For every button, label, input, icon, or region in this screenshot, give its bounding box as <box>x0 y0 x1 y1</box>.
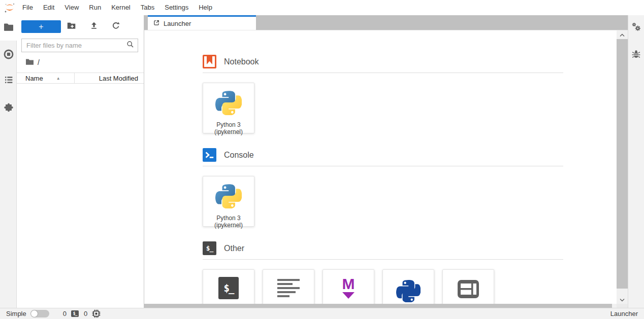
text-file-icon <box>277 279 300 297</box>
file-list-header: Name ▲ Last Modified <box>17 73 144 84</box>
column-name-label: Name <box>25 75 43 82</box>
menu-kernel[interactable]: Kernel <box>106 0 136 15</box>
main-tab-bar: Launcher <box>144 15 628 30</box>
menu-edit[interactable]: Edit <box>38 0 59 15</box>
menu-bar: File Edit View Run Kernel Tabs Settings … <box>0 0 644 15</box>
python-file-icon <box>396 278 421 304</box>
launcher-body: Notebook Python 3 (ipykernel) <box>144 30 617 308</box>
section-title: Other <box>224 244 244 253</box>
filter-input[interactable] <box>26 42 126 49</box>
launcher-card-contextual-help[interactable] <box>442 269 494 308</box>
left-sidebar <box>0 15 17 308</box>
notebook-icon <box>203 55 216 68</box>
scroll-up-button[interactable] <box>617 30 628 39</box>
python-logo-icon <box>215 182 242 210</box>
column-header-name[interactable]: Name ▲ <box>17 73 75 83</box>
section-title: Notebook <box>224 57 259 66</box>
bug-icon <box>632 49 640 61</box>
terminal-icon: $_ <box>203 241 216 255</box>
breadcrumb: / <box>17 52 144 73</box>
column-header-last-modified[interactable]: Last Modified <box>75 73 144 83</box>
kernel-count: 0 <box>84 310 87 317</box>
new-folder-button[interactable] <box>67 22 76 31</box>
jupyter-logo-icon <box>4 2 15 13</box>
refresh-button[interactable] <box>111 22 120 31</box>
folder-icon <box>4 23 14 33</box>
markdown-arrow <box>342 292 355 299</box>
sidebar-tab-table-of-contents[interactable] <box>0 71 17 90</box>
filter-box[interactable] <box>21 39 138 52</box>
sidebar-tab-extensions[interactable] <box>0 99 17 118</box>
upload-icon <box>90 21 98 31</box>
kernel-icon <box>92 309 101 318</box>
launcher-card-markdown-file[interactable]: M <box>323 269 374 308</box>
section-notebook: Notebook Python 3 (ipykernel) <box>203 55 563 133</box>
upload-button[interactable] <box>89 22 98 31</box>
section-title: Console <box>224 151 254 160</box>
launcher-card-python-file[interactable] <box>382 269 434 308</box>
menu-help[interactable]: Help <box>194 0 217 15</box>
tab-launcher[interactable]: Launcher <box>148 15 256 30</box>
stop-circle-icon <box>3 49 14 62</box>
home-folder-icon[interactable] <box>25 58 34 67</box>
card-label-line2: (ipykernel) <box>214 222 243 229</box>
toggle-knob <box>31 310 38 317</box>
new-launcher-button[interactable]: + <box>21 20 61 33</box>
scrollbar-corner <box>617 304 628 308</box>
new-folder-icon <box>67 22 76 31</box>
simple-mode-toggle[interactable] <box>30 310 49 317</box>
section-divider <box>203 259 563 260</box>
card-label-line2: (ipykernel) <box>214 128 243 135</box>
file-browser-panel: + <box>17 15 144 308</box>
terminal-icon: $_ <box>71 310 79 317</box>
launcher-card-terminal[interactable]: $_ <box>203 269 254 308</box>
launcher-card-text-file[interactable] <box>263 269 314 308</box>
horizontal-scrollbar-thumb[interactable] <box>144 304 612 308</box>
gears-icon <box>632 22 641 33</box>
sidebar-tab-running-sessions[interactable] <box>0 46 17 65</box>
markdown-m-glyph: M <box>342 277 355 291</box>
launcher-panel: Notebook Python 3 (ipykernel) <box>144 30 628 308</box>
menu-settings[interactable]: Settings <box>159 0 194 15</box>
simple-mode-label: Simple <box>6 310 26 317</box>
menu-view[interactable]: View <box>59 0 84 15</box>
contextual-help-icon <box>457 279 480 301</box>
menu-file[interactable]: File <box>17 0 38 15</box>
menu-tabs[interactable]: Tabs <box>136 0 159 15</box>
tab-launcher-label: Launcher <box>164 20 191 27</box>
markdown-icon: M <box>342 277 355 299</box>
jupyterlab-app: File Edit View Run Kernel Tabs Settings … <box>0 0 644 319</box>
sort-ascending-icon: ▲ <box>56 76 60 81</box>
refresh-icon <box>112 21 120 31</box>
section-console: Console Python 3 (ipykernel) <box>203 148 563 227</box>
main-dock-panel: Launcher Notebook <box>144 15 628 308</box>
section-divider <box>203 166 563 166</box>
right-sidebar <box>628 15 644 308</box>
card-label-line1: Python 3 <box>216 215 240 222</box>
section-other: $_ Other $_ <box>203 241 563 308</box>
breadcrumb-root[interactable]: / <box>38 58 40 66</box>
list-icon <box>4 75 14 87</box>
search-icon <box>126 41 134 50</box>
vertical-scrollbar[interactable] <box>617 30 628 304</box>
sidebar-tab-file-browser[interactable] <box>0 18 17 38</box>
status-bar: Simple 0 $_ 0 Launcher <box>0 308 644 319</box>
active-context-label: Launcher <box>610 310 638 317</box>
section-divider <box>203 73 563 73</box>
python-logo-icon <box>215 89 242 117</box>
vertical-scrollbar-thumb[interactable] <box>617 39 628 289</box>
sidebar-tab-debugger[interactable] <box>628 48 644 61</box>
console-icon <box>203 148 216 162</box>
launcher-card-notebook-python3[interactable]: Python 3 (ipykernel) <box>203 83 254 133</box>
launcher-card-console-python3[interactable]: Python 3 (ipykernel) <box>203 176 254 227</box>
file-browser-toolbar: + <box>17 15 144 38</box>
file-listing-empty[interactable] <box>17 84 144 308</box>
card-label-line1: Python 3 <box>216 121 240 128</box>
scroll-down-button[interactable] <box>617 295 628 304</box>
puzzle-icon <box>4 102 14 115</box>
horizontal-scrollbar[interactable] <box>144 304 617 308</box>
menu-run[interactable]: Run <box>84 0 106 15</box>
terminal-icon: $_ <box>218 277 239 299</box>
launcher-icon <box>153 19 160 28</box>
sidebar-tab-property-inspector[interactable] <box>628 21 644 34</box>
